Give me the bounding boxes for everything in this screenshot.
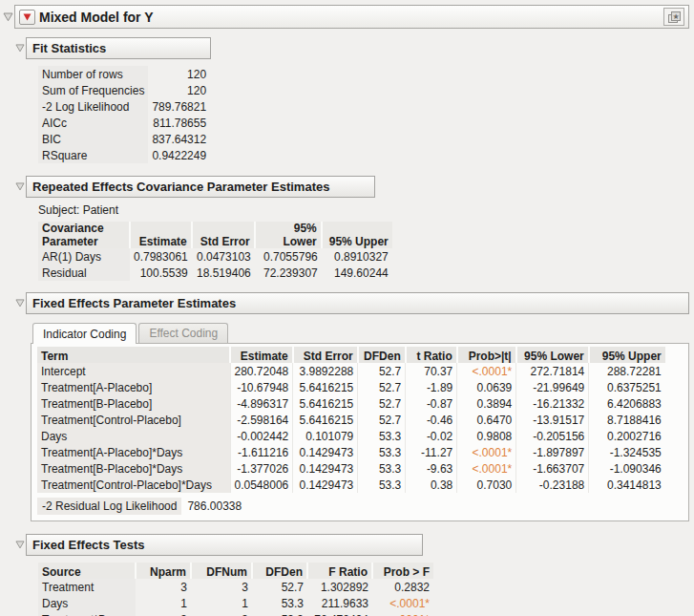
tab-effect-coding[interactable]: Effect Coding <box>138 323 228 343</box>
cell: 0.6470 <box>457 412 516 428</box>
cell: 70.37 <box>406 363 457 379</box>
table-row: Treatment[A-Placebo]*Days-1.6112160.1429… <box>37 444 665 460</box>
table-row: Treatment3352.71.3028920.2832 <box>38 579 433 595</box>
cell: AR(1) Days <box>38 248 130 265</box>
table-row: -2 Log Likelihood789.76821 <box>38 98 210 115</box>
section-fixed-effects: Fixed Effects Parameter Estimates Indica… <box>2 292 689 521</box>
section-title: Repeated Effects Covariance Parameter Es… <box>26 176 375 198</box>
table-row: BIC837.64312 <box>38 131 210 147</box>
cell: -13.91517 <box>516 412 589 428</box>
report-outline-row: Mixed Model for Y ★ <box>2 5 689 29</box>
cell: AICc <box>38 115 148 131</box>
cell: 0.9422249 <box>148 147 210 163</box>
cell: 272.71814 <box>516 363 589 379</box>
cell: 120 <box>148 66 210 82</box>
disclosure-triangle[interactable] <box>13 299 26 308</box>
cell: 5.6416215 <box>293 379 358 395</box>
cell: -0.46 <box>406 412 457 428</box>
cell: 1 <box>191 595 252 611</box>
cell: 3.9892288 <box>293 363 358 379</box>
coding-tabs: Indicator Coding Effect Coding <box>31 322 689 343</box>
disclosure-triangle[interactable] <box>13 44 26 53</box>
cell: -1.663707 <box>516 460 589 477</box>
cell: -11.27 <box>406 444 457 460</box>
column-header: F Ratio <box>307 563 372 579</box>
cell: -0.02 <box>406 428 457 444</box>
cell: -1.324535 <box>589 444 665 460</box>
cell: 53.3 <box>358 477 406 493</box>
cell: 811.78655 <box>148 115 210 131</box>
cell: -0.87 <box>406 395 457 412</box>
column-header: 95% Upper <box>589 347 665 363</box>
tab-indicator-coding[interactable]: Indicator Coding <box>32 323 137 344</box>
table-row: Treatment[Control-Placebo]-2.5981645.641… <box>37 412 665 428</box>
cell: -1.611216 <box>230 444 293 460</box>
table-row: AR(1) Days0.79830610.04731030.70557960.8… <box>38 248 392 265</box>
cell: Treatment <box>38 579 136 595</box>
cell: 0.0473103 <box>192 248 255 265</box>
cell: 0.3894 <box>457 395 516 412</box>
cell: Treatment[B-Placebo] <box>37 395 230 412</box>
cell: 3 <box>136 611 191 616</box>
section-title: Fit Statistics <box>26 37 211 59</box>
cell: -0.23188 <box>516 477 589 493</box>
cell: 52.7 <box>252 579 307 595</box>
section-fixed-effects-tests: Fixed Effects Tests SourceNparmDFNumDFDe… <box>2 534 689 616</box>
cell: 0.3414813 <box>589 477 665 493</box>
cell: 52.7 <box>358 395 406 412</box>
cell: <.0001* <box>457 444 516 460</box>
cell: 0.7983061 <box>130 248 192 265</box>
cell: 1 <box>136 595 191 611</box>
cell: 0.1429473 <box>293 477 358 493</box>
table-row: Intercept280.720483.989228852.770.37<.00… <box>37 363 665 379</box>
cell: -1.377026 <box>230 460 293 477</box>
table-row: Residual100.553918.51940672.239307149.60… <box>38 265 392 281</box>
table-row: Days1153.3211.9633<.0001* <box>38 595 433 611</box>
red-triangle-menu-button[interactable] <box>19 10 35 25</box>
report-title: Mixed Model for Y <box>39 10 154 25</box>
cell: -2.598164 <box>230 412 293 428</box>
fixed-effects-tests-table: SourceNparmDFNumDFDenF RatioProb > FTrea… <box>38 563 433 616</box>
cell: -2 Log Likelihood <box>38 98 148 115</box>
cell: 3 <box>191 579 252 595</box>
cell: 288.72281 <box>589 363 665 379</box>
cell: 0.0548006 <box>230 477 293 493</box>
table-row: Days-0.0024420.10107953.3-0.020.9808-0.2… <box>37 428 665 444</box>
disclosure-triangle[interactable] <box>13 182 26 191</box>
cell: -16.21332 <box>516 395 589 412</box>
column-header: DFDen <box>358 347 406 363</box>
cell: <.0001* <box>372 595 433 611</box>
cell: 0.7030 <box>457 477 516 493</box>
cell: -0.002442 <box>230 428 293 444</box>
pin-icon[interactable]: ★ <box>663 8 684 26</box>
column-header: Std Error <box>293 347 358 363</box>
residual-loglikelihood-row: -2 Residual Log Likelihood 786.00338 <box>37 498 686 515</box>
cell: 0.7055796 <box>255 248 322 265</box>
cell: 1.302892 <box>307 579 372 595</box>
covariance-parameter-table: Covariance ParameterEstimateStd Error95%… <box>38 222 392 281</box>
column-header: DFNum <box>191 563 252 579</box>
residual-loglikelihood-value: 786.00338 <box>187 499 242 513</box>
cell: 280.72048 <box>230 363 293 379</box>
report-title-bar: Mixed Model for Y ★ <box>14 5 689 29</box>
cell: -0.205156 <box>516 428 589 444</box>
cell: 8.7188416 <box>589 412 665 428</box>
column-header: 95% Upper <box>322 222 392 248</box>
residual-loglikelihood-label: -2 Residual Log Likelihood <box>37 498 181 515</box>
column-header: Prob > F <box>372 563 433 579</box>
section-title: Fixed Effects Parameter Estimates <box>26 292 689 314</box>
cell: 149.60244 <box>322 265 392 281</box>
cell: BIC <box>38 131 148 147</box>
cell: 0.2832 <box>372 579 433 595</box>
cell: -9.63 <box>406 460 457 477</box>
jmp-report: Mixed Model for Y ★ Fit Statistics Numbe… <box>0 0 694 616</box>
cell: 6.4206883 <box>589 395 665 412</box>
disclosure-triangle[interactable] <box>2 12 14 22</box>
disclosure-triangle[interactable] <box>13 541 26 549</box>
cell: 789.76821 <box>148 98 210 115</box>
indicator-coding-panel: TermEstimateStd ErrorDFDent RatioProb>|t… <box>31 343 689 521</box>
table-row: Number of rows120 <box>38 66 210 82</box>
cell: 53.3 <box>358 428 406 444</box>
table-row: Treatment[B-Placebo]*Days-1.3770260.1429… <box>37 460 665 477</box>
cell: 0.0639 <box>457 379 516 395</box>
